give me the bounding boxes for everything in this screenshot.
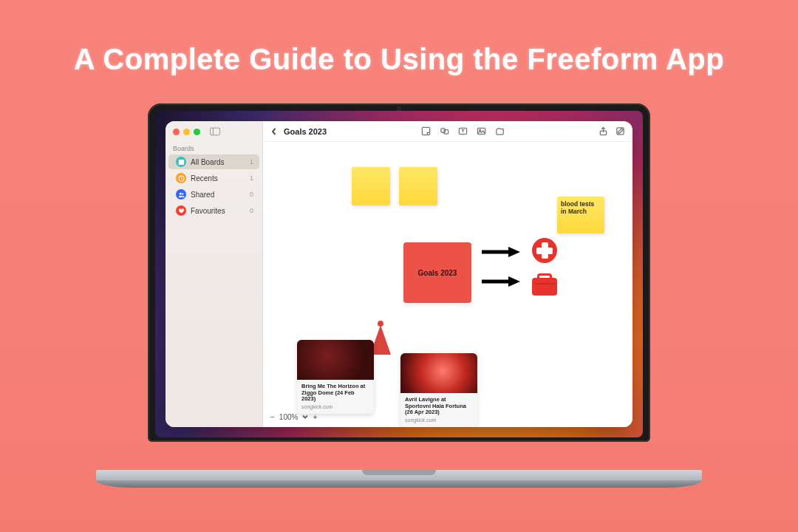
link-card-title: Bring Me The Horizon at Ziggo Dome (24 F…	[301, 383, 369, 403]
svg-rect-0	[210, 128, 219, 135]
svg-point-7	[440, 129, 445, 133]
freeform-app-window: Boards All Boards 1 Recents 1 Shared	[166, 121, 632, 427]
toolbar-right-tools	[598, 126, 625, 136]
medical-cross-icon[interactable]	[532, 238, 557, 263]
laptop-mock: Boards All Boards 1 Recents 1 Shared	[133, 103, 665, 473]
traffic-light-close-icon[interactable]	[173, 129, 180, 135]
link-card-thumbnail	[297, 340, 374, 380]
toolbar-center-tools	[421, 126, 505, 136]
compose-icon[interactable]	[615, 126, 625, 136]
back-button[interactable]	[270, 125, 278, 138]
people-icon	[176, 189, 186, 200]
sidebar-item-favourites[interactable]: Favourites 0	[168, 203, 259, 218]
clock-icon	[176, 173, 186, 183]
zoom-controls: − 100% +	[270, 413, 317, 421]
link-card-source: songkick.com	[301, 404, 369, 409]
laptop-base	[96, 470, 702, 494]
goals-card-label: Goals 2023	[418, 269, 457, 277]
sidebar: Boards All Boards 1 Recents 1 Shared	[166, 121, 263, 427]
file-tool-icon[interactable]	[495, 126, 505, 136]
svg-rect-2	[178, 159, 183, 164]
sticky-note[interactable]	[399, 167, 437, 205]
briefcase-icon[interactable]	[532, 278, 557, 296]
sidebar-toggle-icon[interactable]	[210, 127, 220, 136]
text-tool-icon[interactable]	[458, 126, 468, 136]
sidebar-item-label: Favourites	[191, 207, 225, 215]
traffic-light-zoom-icon[interactable]	[194, 129, 200, 135]
svg-point-4	[179, 192, 181, 194]
traffic-light-minimize-icon[interactable]	[183, 129, 190, 135]
zoom-out-button[interactable]: −	[270, 413, 275, 421]
shape-tool-icon[interactable]	[440, 126, 449, 136]
sidebar-item-count: 0	[250, 191, 253, 198]
arrow-icon[interactable]	[480, 275, 522, 288]
media-tool-icon[interactable]	[477, 126, 486, 136]
main-area: Goals 2023	[263, 121, 632, 427]
goals-2023-card[interactable]: Goals 2023	[403, 242, 471, 303]
boards-icon	[176, 157, 186, 167]
sticky-note-blood-tests[interactable]: blood tests in March	[557, 197, 604, 233]
window-titlebar	[166, 121, 262, 142]
zoom-menu-chevron-icon[interactable]	[302, 413, 308, 421]
sidebar-item-label: Recents	[191, 174, 218, 183]
sidebar-item-label: All Boards	[191, 158, 225, 166]
screen-bezel: Boards All Boards 1 Recents 1 Shared	[148, 103, 650, 442]
heart-icon	[176, 205, 186, 216]
freeform-canvas[interactable]: blood tests in March Goals 2023	[263, 142, 632, 427]
hero-title: A Complete Guide to Using the Freeform A…	[74, 43, 724, 76]
sidebar-item-recents[interactable]: Recents 1	[168, 171, 259, 185]
link-card-source: songkick.com	[405, 417, 473, 423]
arrow-icon[interactable]	[480, 245, 522, 259]
link-card[interactable]: Bring Me The Horizon at Ziggo Dome (24 F…	[297, 340, 374, 414]
svg-rect-10	[477, 128, 485, 134]
sidebar-item-label: Shared	[191, 191, 214, 199]
toolbar: Goals 2023	[263, 121, 632, 142]
svg-point-5	[181, 193, 183, 194]
sticky-note[interactable]	[352, 167, 390, 205]
svg-rect-6	[422, 127, 429, 134]
desktop-wallpaper: Boards All Boards 1 Recents 1 Shared	[155, 111, 643, 437]
sidebar-section-header: Boards	[166, 142, 262, 154]
sidebar-item-all-boards[interactable]: All Boards 1	[168, 154, 259, 169]
link-card-thumbnail	[400, 353, 477, 393]
sidebar-item-count: 1	[250, 174, 253, 182]
link-card-title: Avril Lavigne at Sportovni Hala Fortuna …	[405, 397, 473, 416]
sticky-note-tool-icon[interactable]	[421, 126, 431, 136]
board-title: Goals 2023	[284, 127, 327, 136]
sidebar-item-shared[interactable]: Shared 0	[168, 187, 259, 202]
share-icon[interactable]	[598, 126, 608, 136]
link-card[interactable]: Avril Lavigne at Sportovni Hala Fortuna …	[400, 353, 477, 427]
zoom-in-button[interactable]: +	[313, 413, 317, 421]
sidebar-item-count: 1	[250, 158, 253, 166]
zoom-level: 100%	[279, 413, 299, 421]
sidebar-item-count: 0	[250, 207, 253, 214]
